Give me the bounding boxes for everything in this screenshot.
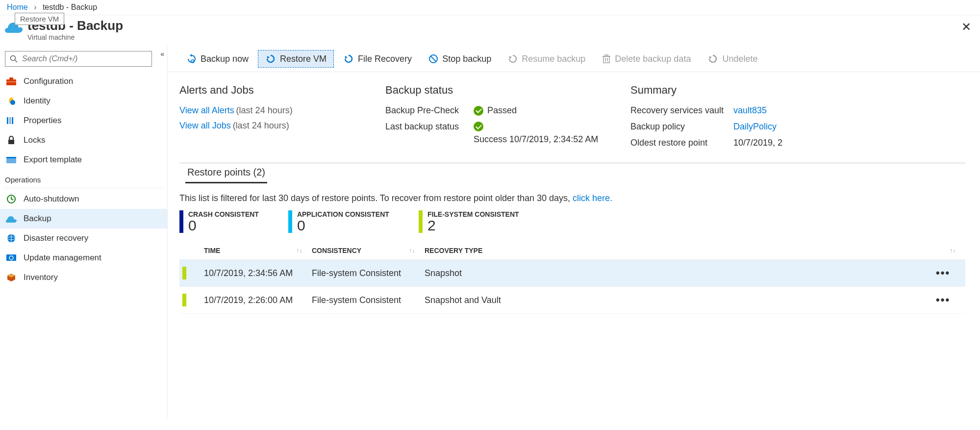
stop-icon [428,54,438,64]
sidebar-item-label: Update management [24,253,101,263]
breadcrumb-home[interactable]: Home [7,3,28,11]
sidebar-item-properties[interactable]: Properties [0,111,167,130]
update-icon [6,254,17,262]
success-check-icon [474,122,483,131]
precheck-value: Passed [487,105,517,116]
svg-marker-29 [509,56,512,59]
backup-now-button[interactable]: Backup now [179,51,256,68]
properties-icon [6,117,17,125]
consistency-color-bar [182,267,186,279]
svg-rect-9 [12,117,13,124]
alerts-section: Alerts and Jobs View all Alerts (last 24… [179,84,366,148]
jobs-span-suffix: (last 24 hours) [233,121,289,130]
delete-backup-button: Delete backup data [595,51,698,68]
alerts-span-suffix: (last 24 hours) [236,105,293,115]
col-time[interactable]: TIME↑↓ [204,247,312,254]
toolbar-label: Restore VM [280,54,327,64]
undelete-button: Undelete [700,50,765,68]
svg-rect-8 [9,117,11,124]
filter-note: This list is filtered for last 30 days o… [179,193,965,203]
lock-icon [6,136,17,145]
vault-link[interactable]: vault835 [733,105,767,116]
sidebar-item-update-management[interactable]: Update management [0,248,167,268]
svg-line-15 [11,199,13,200]
consistency-stats: CRASH CONSISTENT 0 APPLICATION CONSISTEN… [179,210,965,233]
table-row[interactable]: 10/7/2019, 2:26:00 AM File-system Consis… [179,287,965,314]
success-check-icon [474,106,483,116]
cloud-backup-icon [6,215,17,223]
last-backup-label: Last backup status [385,122,469,132]
svg-rect-2 [6,79,16,85]
clock-icon [6,195,17,203]
svg-rect-34 [605,55,608,56]
sidebar-item-disaster-recovery[interactable]: Disaster recovery [0,228,167,248]
close-icon[interactable]: ✕ [961,20,971,34]
svg-rect-4 [6,81,16,82]
table-row[interactable]: 10/7/2019, 2:34:56 AM File-system Consis… [179,260,965,287]
precheck-label: Backup Pre-Check [385,105,469,116]
view-all-alerts-link[interactable]: View all Alerts [179,105,234,115]
sidebar-item-locks[interactable]: Locks [0,130,167,150]
file-recovery-button[interactable]: File Recovery [336,50,419,68]
cell-recovery: Snapshot [425,268,936,278]
toolbar-label: Delete backup data [615,54,691,64]
sidebar-item-label: Backup [24,214,51,224]
restore-points-table: TIME↑↓ CONSISTENCY↑↓ RECOVERY TYPE ↑↓ 10… [179,242,965,314]
tooltip-restore-vm: Restore VM [15,13,64,25]
sort-icon: ↑↓ [950,247,955,254]
svg-rect-3 [9,77,13,80]
stop-backup-button[interactable]: Stop backup [421,51,499,68]
restore-points-tabs: Restore points (2) [179,163,965,184]
row-more-icon[interactable]: ••• [936,294,965,306]
globe-icon [6,234,17,243]
breadcrumb-current: testdb - Backup [43,3,97,11]
resume-icon [508,54,518,64]
crash-consistent-count: 0 [188,218,259,233]
search-input[interactable] [5,51,152,67]
fs-consistent-bar [419,210,423,233]
tab-restore-points[interactable]: Restore points (2) [185,162,267,183]
restore-vm-button[interactable]: Restore VM [258,50,334,68]
alerts-heading: Alerts and Jobs [179,84,366,97]
svg-rect-12 [6,157,16,158]
toolbar-label: Resume backup [522,54,585,64]
backup-now-icon [187,54,197,64]
sidebar-item-identity[interactable]: Identity [0,91,167,111]
sidebar-item-configuration[interactable]: Configuration [0,72,167,91]
col-recovery[interactable]: RECOVERY TYPE [425,247,936,254]
policy-link[interactable]: DailyPolicy [733,122,777,132]
collapse-sidebar-icon[interactable]: « [160,50,164,58]
summary-heading: Summary [630,84,965,97]
row-more-icon[interactable]: ••• [936,267,965,279]
svg-rect-10 [8,140,14,144]
app-consistent-count: 0 [297,218,389,233]
search-icon [10,55,18,64]
toolbar-label: File Recovery [358,54,412,64]
click-here-link[interactable]: click here. [573,193,612,203]
oldest-value: 10/7/2019, 2 [733,138,782,148]
sidebar-section-operations: Operations [0,170,167,186]
breadcrumb: Home › testdb - Backup Restore VM [0,0,980,15]
cell-recovery: Snapshot and Vault [425,295,936,305]
svg-line-28 [430,56,436,62]
svg-line-1 [15,60,18,63]
svg-marker-26 [345,56,348,59]
app-consistent-label: APPLICATION CONSISTENT [297,210,389,218]
svg-marker-35 [709,56,712,59]
sidebar-item-export-template[interactable]: Export template [0,150,167,170]
view-all-jobs-link[interactable]: View all Jobs [179,121,231,130]
sidebar-item-backup[interactable]: Backup [0,209,167,228]
sidebar-item-auto-shutdown[interactable]: Auto-shutdown [0,189,167,209]
toolbar-label: Backup now [201,54,249,64]
sidebar: « Configuration Identity Properties Lock… [0,46,168,419]
sidebar-item-label: Export template [24,155,82,165]
vault-label: Recovery services vault [630,105,729,116]
sidebar-item-label: Auto-shutdown [24,194,79,204]
cell-time: 10/7/2019, 2:34:56 AM [204,268,312,278]
sidebar-item-label: Identity [24,96,50,106]
col-consistency[interactable]: CONSISTENCY↑↓ [312,247,425,254]
identity-icon [6,97,17,105]
oldest-label: Oldest restore point [630,138,729,148]
sidebar-item-label: Inventory [24,273,58,282]
sidebar-item-inventory[interactable]: Inventory [0,268,167,287]
